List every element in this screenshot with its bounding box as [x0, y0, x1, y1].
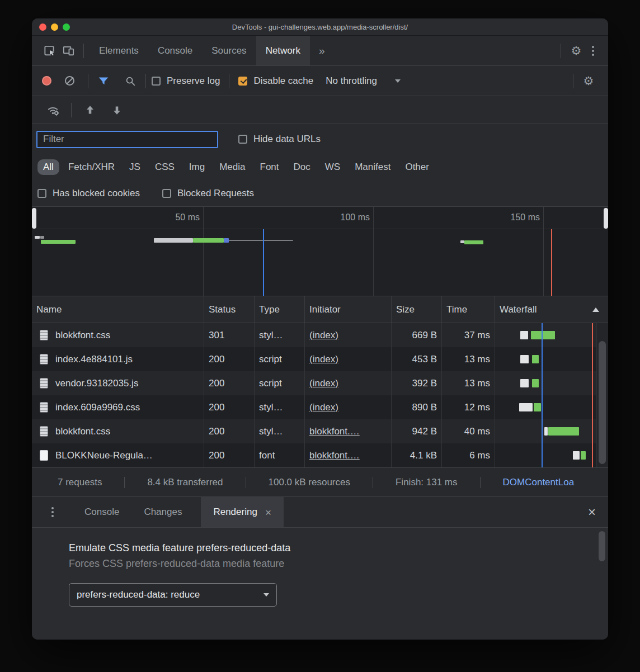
- close-window-button[interactable]: [39, 23, 46, 31]
- column-header-waterfall[interactable]: Waterfall: [495, 296, 608, 323]
- drawer-tab-rendering[interactable]: Rendering ×: [201, 497, 284, 527]
- filter-pill-js[interactable]: JS: [124, 159, 146, 175]
- minimize-window-button[interactable]: [51, 23, 58, 31]
- column-header-type[interactable]: Type: [255, 296, 305, 323]
- import-har-icon[interactable]: [81, 101, 100, 120]
- table-row[interactable]: BLOKKNeue-Regula… 200 font blokkfont.… 4…: [32, 443, 608, 467]
- initiator-link[interactable]: (index): [309, 378, 338, 389]
- file-icon: [40, 378, 48, 389]
- rendering-panel: Emulate CSS media feature prefers-reduce…: [32, 528, 608, 640]
- table-row[interactable]: blokkfont.css 301 styl… (index) 669 B 37…: [32, 323, 608, 347]
- table-row[interactable]: index.4e884101.js 200 script (index) 453…: [32, 347, 608, 371]
- titlebar: DevTools - gui-challenges.web.app/media-…: [32, 18, 608, 36]
- drawer-tab-changes[interactable]: Changes: [131, 497, 194, 527]
- initiator-link[interactable]: blokkfont.…: [309, 450, 360, 461]
- table-scrollbar[interactable]: [596, 323, 608, 467]
- more-tabs-icon[interactable]: »: [310, 45, 334, 57]
- column-header-status[interactable]: Status: [204, 296, 255, 323]
- request-name: index.4e884101.js: [55, 354, 133, 365]
- column-header-initiator[interactable]: Initiator: [305, 296, 392, 323]
- domcontentloaded-line: [263, 229, 264, 296]
- waterfall-bars: [495, 371, 608, 395]
- inspect-icon[interactable]: [40, 41, 59, 60]
- panel-scrollbar-thumb[interactable]: [599, 531, 605, 561]
- request-status: 301: [204, 323, 255, 347]
- blocked-filters-row: Has blocked cookies Blocked Requests: [32, 180, 608, 207]
- waterfall-bars: [495, 395, 608, 419]
- preserve-log-checkbox[interactable]: Preserve log: [152, 75, 220, 87]
- tab-network[interactable]: Network: [256, 36, 310, 65]
- divider: [88, 74, 88, 88]
- divider: [229, 74, 229, 88]
- filter-pill-manifest[interactable]: Manifest: [349, 159, 396, 175]
- kebab-menu-icon[interactable]: [586, 41, 600, 60]
- filter-pill-ws[interactable]: WS: [319, 159, 346, 175]
- request-size: 392 B: [392, 371, 442, 395]
- has-blocked-cookies-checkbox[interactable]: Has blocked cookies: [37, 188, 140, 199]
- hide-data-urls-checkbox[interactable]: Hide data URLs: [238, 134, 321, 145]
- initiator-link[interactable]: (index): [309, 330, 338, 341]
- tab-console[interactable]: Console: [148, 36, 202, 65]
- column-header-time[interactable]: Time: [442, 296, 495, 323]
- filter-pill-doc[interactable]: Doc: [288, 159, 316, 175]
- overview-bar: [40, 236, 44, 239]
- request-size: 4.1 kB: [392, 443, 442, 467]
- tab-elements[interactable]: Elements: [90, 36, 148, 65]
- settings-gear-icon[interactable]: ⚙: [567, 41, 586, 60]
- filter-pill-fetch-xhr[interactable]: Fetch/XHR: [63, 159, 120, 175]
- request-type: script: [255, 371, 305, 395]
- search-icon[interactable]: [121, 72, 140, 91]
- overview-left-handle[interactable]: [32, 208, 36, 229]
- request-status: 200: [204, 443, 255, 467]
- initiator-link[interactable]: (index): [309, 402, 338, 413]
- request-name: blokkfont.css: [55, 426, 110, 437]
- zoom-window-button[interactable]: [63, 23, 70, 31]
- network-settings-gear-icon[interactable]: ⚙: [579, 72, 598, 91]
- table-row[interactable]: blokkfont.css 200 styl… blokkfont.… 942 …: [32, 419, 608, 443]
- waterfall-bars: [495, 323, 608, 347]
- filter-pill-media[interactable]: Media: [214, 159, 251, 175]
- request-size: 890 B: [392, 395, 442, 419]
- divider: [124, 477, 125, 488]
- blocked-requests-checkbox[interactable]: Blocked Requests: [162, 188, 254, 199]
- request-size: 669 B: [392, 323, 442, 347]
- table-row[interactable]: index.609a9969.css 200 styl… (index) 890…: [32, 395, 608, 419]
- filter-pill-other[interactable]: Other: [399, 159, 435, 175]
- close-drawer-icon[interactable]: ×: [588, 505, 596, 519]
- drawer-tab-console[interactable]: Console: [72, 497, 131, 527]
- prefers-reduced-data-select[interactable]: prefers-reduced-data: reduce: [69, 583, 277, 607]
- filter-pill-img[interactable]: Img: [183, 159, 210, 175]
- filter-pill-font[interactable]: Font: [255, 159, 285, 175]
- network-toolbar: Preserve log Disable cache No throttling…: [32, 66, 608, 96]
- drawer-kebab-menu-icon[interactable]: [45, 503, 60, 522]
- tab-sources[interactable]: Sources: [202, 36, 256, 65]
- filter-pill-css[interactable]: CSS: [149, 159, 180, 175]
- summary-bar: 7 requests 8.4 kB transferred 100.0 kB r…: [32, 467, 608, 496]
- network-conditions-icon[interactable]: [43, 101, 62, 120]
- resources-size: 100.0 kB resources: [269, 477, 350, 488]
- filter-input[interactable]: [36, 131, 218, 148]
- request-status: 200: [204, 395, 255, 419]
- has-blocked-cookies-label: Has blocked cookies: [53, 188, 140, 199]
- initiator-link[interactable]: blokkfont.…: [309, 426, 360, 437]
- column-header-size[interactable]: Size: [392, 296, 442, 323]
- filter-funnel-icon[interactable]: [94, 72, 113, 91]
- clear-icon[interactable]: [65, 76, 74, 86]
- overview-timeline[interactable]: 50 ms100 ms150 ms: [32, 207, 608, 296]
- close-tab-icon[interactable]: ×: [265, 507, 271, 518]
- filter-pill-all[interactable]: All: [37, 159, 59, 175]
- request-type: styl…: [255, 395, 305, 419]
- disable-cache-checkbox[interactable]: Disable cache: [238, 75, 313, 87]
- emulate-feature-title: Emulate CSS media feature prefers-reduce…: [69, 542, 608, 554]
- initiator-link[interactable]: (index): [309, 354, 338, 365]
- record-button[interactable]: [42, 76, 51, 86]
- scrollbar-thumb[interactable]: [599, 341, 606, 464]
- table-row[interactable]: vendor.93182035.js 200 script (index) 39…: [32, 371, 608, 395]
- overview-bar: [41, 240, 76, 244]
- export-har-icon[interactable]: [107, 101, 126, 120]
- overview-right-handle[interactable]: [604, 208, 608, 229]
- throttling-select[interactable]: No throttling: [326, 75, 401, 87]
- filter-row: Hide data URLs: [32, 124, 608, 154]
- device-toolbar-icon[interactable]: [59, 41, 78, 60]
- column-header-name[interactable]: Name: [32, 296, 204, 323]
